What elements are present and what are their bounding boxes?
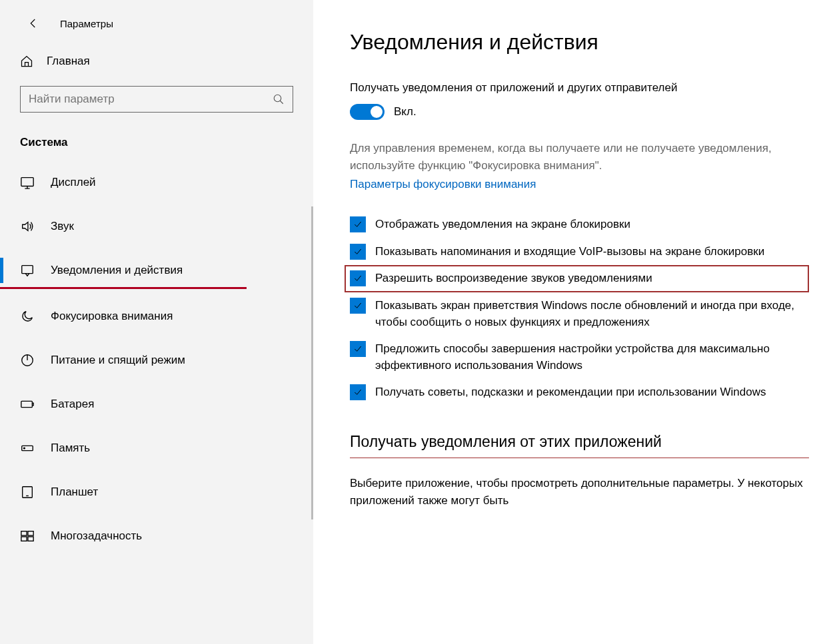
sidebar-item-label: Память [51, 442, 90, 455]
checkbox[interactable] [350, 244, 366, 260]
apps-section-heading: Получать уведомления от этих приложений [350, 433, 809, 458]
focus-description: Для управления временем, когда вы получа… [350, 140, 809, 174]
sidebar-section-title: Система [0, 129, 313, 166]
checkbox[interactable] [350, 384, 366, 400]
sidebar-header: Параметры [0, 0, 313, 47]
checkbox-label: Предложить способы завершения настройки … [375, 341, 809, 374]
checkbox[interactable] [350, 216, 366, 232]
sidebar-item-home[interactable]: Главная [0, 47, 313, 76]
svg-rect-4 [21, 401, 33, 407]
checkbox[interactable] [350, 298, 366, 314]
checkbox-notification-sounds: Разрешить воспроизведение звуков уведомл… [345, 265, 809, 292]
nav-list: Дисплей Звук Уведомления и действия Фоку… [0, 166, 313, 553]
checkbox-welcome-screen: Показывать экран приветствия Windows пос… [350, 292, 809, 336]
svg-rect-9 [28, 531, 33, 535]
apps-section-description: Выберите приложение, чтобы просмотреть д… [350, 475, 809, 509]
sidebar-item-label: Питание и спящий режим [51, 354, 185, 367]
svg-point-0 [274, 95, 281, 102]
checkbox[interactable] [350, 270, 366, 286]
sidebar-item-notifications[interactable]: Уведомления и действия [0, 254, 247, 289]
sidebar-item-label: Батарея [51, 398, 94, 411]
storage-icon [20, 441, 35, 456]
search-icon [273, 93, 285, 105]
home-label: Главная [47, 55, 90, 68]
back-button[interactable] [20, 10, 47, 37]
power-icon [20, 353, 35, 368]
svg-rect-11 [28, 537, 33, 541]
sidebar-item-multitasking[interactable]: Многозадачность [0, 519, 313, 553]
sidebar-item-label: Дисплей [51, 176, 96, 189]
sidebar-item-tablet[interactable]: Планшет [0, 476, 313, 509]
scrollbar[interactable] [311, 206, 313, 519]
checkbox[interactable] [350, 341, 366, 357]
checkbox-setup-suggestions: Предложить способы завершения настройки … [350, 336, 809, 379]
sound-icon [20, 219, 35, 234]
checkbox-tips-tricks: Получать советы, подсказки и рекомендаци… [350, 379, 809, 406]
page-title: Уведомления и действия [350, 30, 809, 55]
moon-icon [20, 309, 35, 324]
arrow-left-icon [27, 17, 39, 29]
sidebar-item-power[interactable]: Питание и спящий режим [0, 344, 313, 377]
checkbox-list: Отображать уведомления на экране блокиро… [350, 211, 809, 406]
checkbox-label: Отображать уведомления на экране блокиро… [375, 216, 630, 233]
sidebar: Параметры Главная Система Дисплей Звук У… [0, 0, 313, 644]
checkbox-voip-reminders: Показывать напоминания и входящие VoIP-в… [350, 238, 809, 266]
display-icon [20, 175, 35, 190]
svg-rect-8 [21, 531, 27, 535]
battery-icon [20, 397, 35, 412]
sidebar-item-display[interactable]: Дисплей [0, 166, 313, 199]
svg-rect-2 [22, 266, 33, 274]
notifications-toggle-label: Получать уведомления от приложений и дру… [350, 81, 809, 95]
sidebar-item-label: Звук [51, 220, 74, 233]
checkbox-lockscreen-notifications: Отображать уведомления на экране блокиро… [350, 211, 809, 238]
checkbox-label: Показывать экран приветствия Windows пос… [375, 298, 809, 330]
svg-rect-1 [21, 178, 33, 186]
home-icon [20, 55, 33, 68]
search-box[interactable] [20, 86, 293, 113]
sidebar-item-battery[interactable]: Батарея [0, 388, 313, 421]
checkbox-label: Показывать напоминания и входящие VoIP-в… [375, 244, 764, 260]
sidebar-item-label: Уведомления и действия [51, 264, 183, 277]
tablet-icon [20, 485, 35, 499]
svg-point-6 [24, 448, 25, 449]
notifications-icon [20, 263, 35, 278]
sidebar-item-label: Планшет [51, 485, 98, 499]
focus-assist-link[interactable]: Параметры фокусировки внимания [350, 178, 536, 191]
multitasking-icon [20, 529, 35, 543]
sidebar-item-sound[interactable]: Звук [0, 210, 313, 243]
sidebar-item-storage[interactable]: Память [0, 432, 313, 465]
svg-rect-10 [21, 537, 27, 541]
main-content: Уведомления и действия Получать уведомле… [313, 0, 839, 644]
checkbox-label: Разрешить воспроизведение звуков уведомл… [375, 270, 652, 287]
toggle-state-text: Вкл. [394, 105, 417, 119]
sidebar-item-focus[interactable]: Фокусировка внимания [0, 300, 313, 333]
checkbox-label: Получать советы, подсказки и рекомендаци… [375, 384, 766, 401]
sidebar-item-label: Многозадачность [51, 529, 142, 543]
search-input[interactable] [29, 93, 273, 106]
notifications-toggle-row: Вкл. [350, 104, 809, 120]
sidebar-item-label: Фокусировка внимания [51, 310, 173, 323]
app-title: Параметры [60, 18, 113, 29]
notifications-toggle[interactable] [350, 104, 385, 120]
